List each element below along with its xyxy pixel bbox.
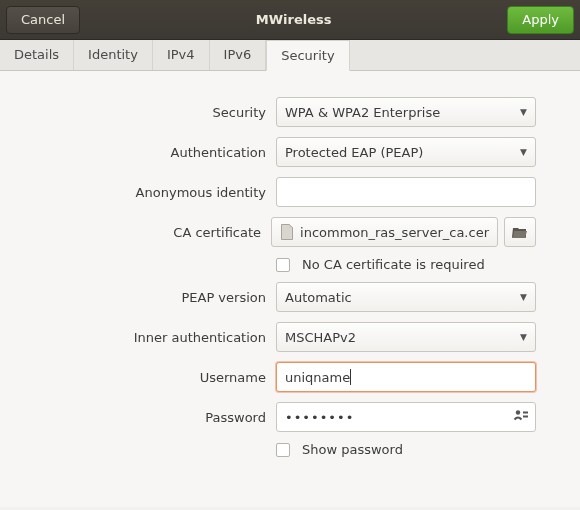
text-cursor [350, 369, 351, 385]
apply-button[interactable]: Apply [507, 6, 574, 34]
ca-certificate-filename: incommon_ras_server_ca.cer [300, 225, 489, 240]
username-input[interactable]: uniqname [276, 362, 536, 392]
inner-auth-label: Inner authentication [20, 330, 276, 345]
anonymous-identity-label: Anonymous identity [20, 185, 276, 200]
svg-rect-2 [523, 416, 528, 418]
ca-certificate-file-button[interactable]: incommon_ras_server_ca.cer [271, 217, 498, 247]
anonymous-identity-input[interactable] [276, 177, 536, 207]
peap-version-label: PEAP version [20, 290, 276, 305]
password-label: Password [20, 410, 276, 425]
password-input[interactable]: •••••••• [276, 402, 536, 432]
window-title: MWireless [256, 12, 332, 27]
anonymous-identity-field[interactable] [285, 184, 527, 201]
username-value: uniqname [285, 370, 350, 385]
dropdown-caret-icon: ▼ [520, 107, 527, 117]
ca-certificate-label: CA certificate [20, 225, 271, 240]
inner-auth-select[interactable]: MSCHAPv2 ▼ [276, 322, 536, 352]
folder-open-icon [512, 225, 528, 239]
ca-certificate-browse-button[interactable] [504, 217, 536, 247]
no-ca-required-checkbox[interactable] [276, 258, 290, 272]
security-value: WPA & WPA2 Enterprise [285, 105, 440, 120]
tab-identity[interactable]: Identity [74, 40, 153, 70]
peap-version-select[interactable]: Automatic ▼ [276, 282, 536, 312]
show-password-checkbox[interactable] [276, 443, 290, 457]
svg-point-0 [516, 410, 520, 414]
tab-details[interactable]: Details [0, 40, 74, 70]
file-icon [280, 224, 294, 240]
dropdown-caret-icon: ▼ [520, 292, 527, 302]
inner-auth-value: MSCHAPv2 [285, 330, 356, 345]
password-store-icon[interactable] [513, 409, 529, 426]
authentication-select[interactable]: Protected EAP (PEAP) ▼ [276, 137, 536, 167]
authentication-label: Authentication [20, 145, 276, 160]
svg-rect-1 [523, 412, 528, 414]
security-pane: Security WPA & WPA2 Enterprise ▼ Authent… [0, 71, 580, 507]
cancel-button[interactable]: Cancel [6, 6, 80, 34]
dropdown-caret-icon: ▼ [520, 332, 527, 342]
security-select[interactable]: WPA & WPA2 Enterprise ▼ [276, 97, 536, 127]
tab-security[interactable]: Security [266, 40, 349, 71]
authentication-value: Protected EAP (PEAP) [285, 145, 423, 160]
tab-ipv4[interactable]: IPv4 [153, 40, 210, 70]
username-label: Username [20, 370, 276, 385]
tabs: Details Identity IPv4 IPv6 Security [0, 40, 580, 71]
titlebar: Cancel MWireless Apply [0, 0, 580, 40]
peap-version-value: Automatic [285, 290, 352, 305]
no-ca-required-label: No CA certificate is required [302, 257, 485, 272]
dropdown-caret-icon: ▼ [520, 147, 527, 157]
show-password-label: Show password [302, 442, 403, 457]
password-value: •••••••• [285, 410, 354, 425]
security-label: Security [20, 105, 276, 120]
tab-ipv6[interactable]: IPv6 [210, 40, 267, 70]
